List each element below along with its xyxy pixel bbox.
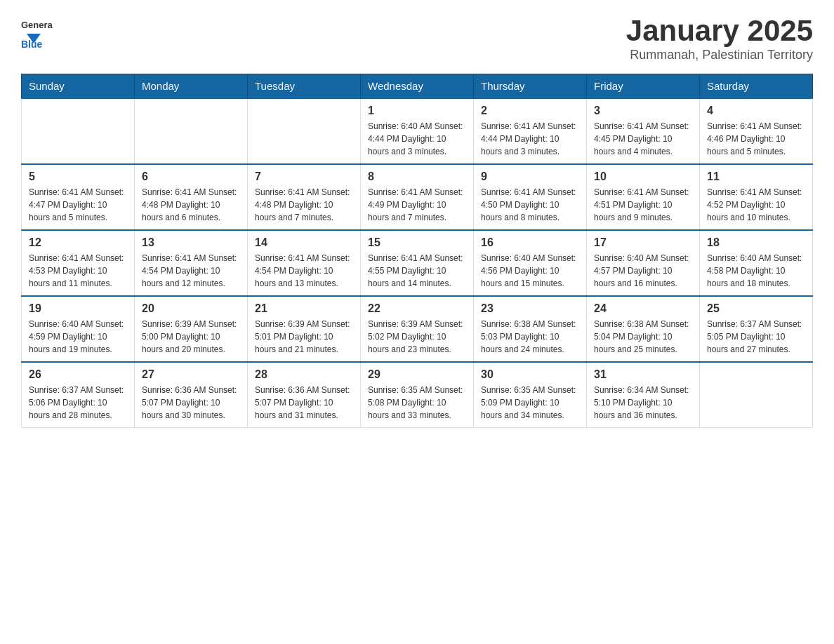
svg-text:General: General xyxy=(21,20,53,30)
day-number: 28 xyxy=(255,368,353,381)
day-info: Sunrise: 6:39 AM Sunset: 5:02 PM Dayligh… xyxy=(368,318,466,356)
calendar-table: SundayMondayTuesdayWednesdayThursdayFrid… xyxy=(21,74,813,428)
day-number: 31 xyxy=(594,368,692,381)
day-number: 29 xyxy=(368,368,466,381)
calendar-cell: 26Sunrise: 6:37 AM Sunset: 5:06 PM Dayli… xyxy=(22,362,135,428)
day-header-sunday: Sunday xyxy=(22,74,135,99)
calendar-cell: 20Sunrise: 6:39 AM Sunset: 5:00 PM Dayli… xyxy=(135,296,248,362)
day-info: Sunrise: 6:41 AM Sunset: 4:46 PM Dayligh… xyxy=(707,120,805,158)
day-number: 8 xyxy=(368,170,466,183)
day-number: 16 xyxy=(481,236,579,249)
day-info: Sunrise: 6:41 AM Sunset: 4:44 PM Dayligh… xyxy=(481,120,579,158)
day-header-saturday: Saturday xyxy=(700,74,813,99)
day-info: Sunrise: 6:37 AM Sunset: 5:05 PM Dayligh… xyxy=(707,318,805,356)
day-info: Sunrise: 6:41 AM Sunset: 4:50 PM Dayligh… xyxy=(481,186,579,224)
day-number: 17 xyxy=(594,236,692,249)
calendar-cell: 18Sunrise: 6:40 AM Sunset: 4:58 PM Dayli… xyxy=(700,230,813,296)
day-number: 24 xyxy=(594,302,692,315)
calendar-cell: 8Sunrise: 6:41 AM Sunset: 4:49 PM Daylig… xyxy=(361,164,474,230)
svg-text:Blue: Blue xyxy=(21,39,43,49)
day-number: 14 xyxy=(255,236,353,249)
calendar-cell: 10Sunrise: 6:41 AM Sunset: 4:51 PM Dayli… xyxy=(587,164,700,230)
calendar-cell: 25Sunrise: 6:37 AM Sunset: 5:05 PM Dayli… xyxy=(700,296,813,362)
day-info: Sunrise: 6:41 AM Sunset: 4:55 PM Dayligh… xyxy=(368,252,466,290)
calendar-week-1: 1Sunrise: 6:40 AM Sunset: 4:44 PM Daylig… xyxy=(22,98,813,164)
day-info: Sunrise: 6:41 AM Sunset: 4:45 PM Dayligh… xyxy=(594,120,692,158)
calendar-cell: 1Sunrise: 6:40 AM Sunset: 4:44 PM Daylig… xyxy=(361,98,474,164)
calendar-cell: 29Sunrise: 6:35 AM Sunset: 5:08 PM Dayli… xyxy=(361,362,474,428)
calendar-header: SundayMondayTuesdayWednesdayThursdayFrid… xyxy=(22,74,813,99)
day-number: 30 xyxy=(481,368,579,381)
day-info: Sunrise: 6:41 AM Sunset: 4:48 PM Dayligh… xyxy=(142,186,240,224)
calendar-cell: 13Sunrise: 6:41 AM Sunset: 4:54 PM Dayli… xyxy=(135,230,248,296)
day-info: Sunrise: 6:41 AM Sunset: 4:51 PM Dayligh… xyxy=(594,186,692,224)
calendar-cell: 24Sunrise: 6:38 AM Sunset: 5:04 PM Dayli… xyxy=(587,296,700,362)
calendar-cell: 22Sunrise: 6:39 AM Sunset: 5:02 PM Dayli… xyxy=(361,296,474,362)
calendar-cell: 27Sunrise: 6:36 AM Sunset: 5:07 PM Dayli… xyxy=(135,362,248,428)
day-info: Sunrise: 6:40 AM Sunset: 4:44 PM Dayligh… xyxy=(368,120,466,158)
day-number: 18 xyxy=(707,236,805,249)
day-number: 10 xyxy=(594,170,692,183)
location-subtitle: Rummanah, Palestinian Territory xyxy=(626,48,813,62)
calendar-week-5: 26Sunrise: 6:37 AM Sunset: 5:06 PM Dayli… xyxy=(22,362,813,428)
day-info: Sunrise: 6:39 AM Sunset: 5:00 PM Dayligh… xyxy=(142,318,240,356)
calendar-cell: 6Sunrise: 6:41 AM Sunset: 4:48 PM Daylig… xyxy=(135,164,248,230)
day-number: 25 xyxy=(707,302,805,315)
day-header-thursday: Thursday xyxy=(474,74,587,99)
day-info: Sunrise: 6:40 AM Sunset: 4:59 PM Dayligh… xyxy=(29,318,127,356)
day-info: Sunrise: 6:41 AM Sunset: 4:47 PM Dayligh… xyxy=(29,186,127,224)
day-number: 23 xyxy=(481,302,579,315)
day-number: 4 xyxy=(707,105,805,117)
calendar-cell xyxy=(700,362,813,428)
day-info: Sunrise: 6:38 AM Sunset: 5:04 PM Dayligh… xyxy=(594,318,692,356)
day-info: Sunrise: 6:41 AM Sunset: 4:53 PM Dayligh… xyxy=(29,252,127,290)
day-number: 20 xyxy=(142,302,240,315)
calendar-body: 1Sunrise: 6:40 AM Sunset: 4:44 PM Daylig… xyxy=(22,98,813,428)
calendar-cell: 3Sunrise: 6:41 AM Sunset: 4:45 PM Daylig… xyxy=(587,98,700,164)
day-header-monday: Monday xyxy=(135,74,248,99)
calendar-week-4: 19Sunrise: 6:40 AM Sunset: 4:59 PM Dayli… xyxy=(22,296,813,362)
calendar-cell: 12Sunrise: 6:41 AM Sunset: 4:53 PM Dayli… xyxy=(22,230,135,296)
calendar-cell xyxy=(22,98,135,164)
calendar-cell: 14Sunrise: 6:41 AM Sunset: 4:54 PM Dayli… xyxy=(248,230,361,296)
day-number: 13 xyxy=(142,236,240,249)
day-info: Sunrise: 6:41 AM Sunset: 4:54 PM Dayligh… xyxy=(142,252,240,290)
calendar-cell xyxy=(248,98,361,164)
day-number: 5 xyxy=(29,170,127,183)
day-info: Sunrise: 6:35 AM Sunset: 5:09 PM Dayligh… xyxy=(481,384,579,422)
calendar-cell: 19Sunrise: 6:40 AM Sunset: 4:59 PM Dayli… xyxy=(22,296,135,362)
day-info: Sunrise: 6:36 AM Sunset: 5:07 PM Dayligh… xyxy=(255,384,353,422)
day-number: 11 xyxy=(707,170,805,183)
day-info: Sunrise: 6:34 AM Sunset: 5:10 PM Dayligh… xyxy=(594,384,692,422)
month-title: January 2025 xyxy=(626,14,813,48)
day-number: 7 xyxy=(255,170,353,183)
calendar-cell: 17Sunrise: 6:40 AM Sunset: 4:57 PM Dayli… xyxy=(587,230,700,296)
calendar-week-3: 12Sunrise: 6:41 AM Sunset: 4:53 PM Dayli… xyxy=(22,230,813,296)
calendar-cell xyxy=(135,98,248,164)
calendar-cell: 16Sunrise: 6:40 AM Sunset: 4:56 PM Dayli… xyxy=(474,230,587,296)
day-number: 19 xyxy=(29,302,127,315)
page-header: General Blue January 2025 Rummanah, Pale… xyxy=(21,14,813,62)
day-number: 15 xyxy=(368,236,466,249)
day-number: 1 xyxy=(368,105,466,117)
day-number: 21 xyxy=(255,302,353,315)
calendar-cell: 21Sunrise: 6:39 AM Sunset: 5:01 PM Dayli… xyxy=(248,296,361,362)
day-number: 27 xyxy=(142,368,240,381)
calendar-cell: 28Sunrise: 6:36 AM Sunset: 5:07 PM Dayli… xyxy=(248,362,361,428)
day-number: 12 xyxy=(29,236,127,249)
day-info: Sunrise: 6:41 AM Sunset: 4:48 PM Dayligh… xyxy=(255,186,353,224)
day-number: 2 xyxy=(481,105,579,117)
day-headers-row: SundayMondayTuesdayWednesdayThursdayFrid… xyxy=(22,74,813,99)
day-header-friday: Friday xyxy=(587,74,700,99)
day-number: 6 xyxy=(142,170,240,183)
day-info: Sunrise: 6:40 AM Sunset: 4:58 PM Dayligh… xyxy=(707,252,805,290)
day-header-tuesday: Tuesday xyxy=(248,74,361,99)
day-number: 9 xyxy=(481,170,579,183)
title-area: January 2025 Rummanah, Palestinian Terri… xyxy=(626,14,813,62)
calendar-cell: 23Sunrise: 6:38 AM Sunset: 5:03 PM Dayli… xyxy=(474,296,587,362)
day-info: Sunrise: 6:35 AM Sunset: 5:08 PM Dayligh… xyxy=(368,384,466,422)
calendar-cell: 15Sunrise: 6:41 AM Sunset: 4:55 PM Dayli… xyxy=(361,230,474,296)
day-info: Sunrise: 6:36 AM Sunset: 5:07 PM Dayligh… xyxy=(142,384,240,422)
day-info: Sunrise: 6:39 AM Sunset: 5:01 PM Dayligh… xyxy=(255,318,353,356)
calendar-cell: 5Sunrise: 6:41 AM Sunset: 4:47 PM Daylig… xyxy=(22,164,135,230)
